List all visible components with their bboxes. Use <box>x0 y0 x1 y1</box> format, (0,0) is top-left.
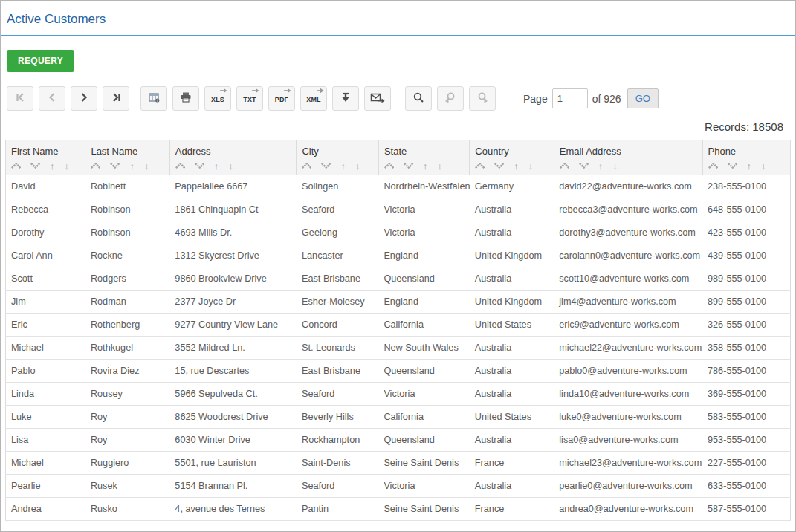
multi-sort-desc-icon[interactable] <box>195 163 204 169</box>
table-row[interactable]: Carol AnnRockne1312 Skycrest DriveLancas… <box>6 244 791 267</box>
table-cell: Victoria <box>378 383 469 406</box>
sort-asc-icon[interactable]: ↑ <box>747 161 752 171</box>
sort-desc-icon[interactable]: ↓ <box>65 161 70 171</box>
export-xml-button[interactable]: XML <box>300 86 327 111</box>
search-next-icon <box>476 91 489 106</box>
column-header[interactable]: First Name ↑ ↓ <box>6 140 85 175</box>
table-row[interactable]: MichaelRothkugel3552 Mildred Ln.St. Leon… <box>6 337 791 360</box>
multi-sort-desc-icon[interactable] <box>321 163 331 169</box>
table-row[interactable]: PabloRovira Diez15, rue DescartesEast Br… <box>6 360 791 383</box>
download-button[interactable] <box>332 86 359 111</box>
table-cell: Australia <box>470 383 554 406</box>
table-cell: scott10@adventure-works.com <box>554 267 702 291</box>
column-header[interactable]: Phone ↑ ↓ <box>702 140 791 175</box>
table-cell: 1312 Skycrest Drive <box>169 244 297 267</box>
table-row[interactable]: LukeRoy8625 Woodcrest DriveBeverly Hills… <box>6 406 791 429</box>
table-cell: New South Wales <box>378 337 469 360</box>
sort-asc-icon[interactable]: ↑ <box>598 161 604 171</box>
multi-sort-asc-icon[interactable] <box>384 163 394 169</box>
table-cell: 9277 Country View Lane <box>169 314 297 337</box>
sort-controls: ↑ ↓ <box>475 160 549 171</box>
table-cell: Scott <box>6 267 85 291</box>
multi-sort-desc-icon[interactable] <box>494 163 504 169</box>
multi-sort-desc-icon[interactable] <box>579 163 589 169</box>
sort-asc-icon[interactable]: ↑ <box>214 161 219 171</box>
page-number-input[interactable] <box>552 88 588 108</box>
table-cell: Queensland <box>378 360 469 383</box>
email-icon <box>370 92 385 106</box>
table-cell: Eric <box>6 314 85 337</box>
table-row[interactable]: ScottRodgers9860 Brookview DriveEast Bri… <box>6 267 791 291</box>
grid-settings-button[interactable]: i <box>140 86 167 111</box>
multi-sort-asc-icon[interactable] <box>560 163 569 169</box>
sort-asc-icon[interactable]: ↑ <box>340 161 346 171</box>
sort-desc-icon[interactable]: ↓ <box>355 161 360 171</box>
print-button[interactable] <box>172 86 199 111</box>
table-cell: 583-555-0100 <box>702 406 791 429</box>
multi-sort-asc-icon[interactable] <box>11 163 21 169</box>
column-label: State <box>384 146 465 157</box>
first-page-button[interactable] <box>7 86 33 111</box>
sort-desc-icon[interactable]: ↓ <box>228 161 233 171</box>
table-row[interactable]: LisaRoy6030 Winter DriveRockhamptonQueen… <box>6 429 791 452</box>
multi-sort-asc-icon[interactable] <box>475 163 485 169</box>
multi-sort-desc-icon[interactable] <box>404 163 413 169</box>
multi-sort-desc-icon[interactable] <box>110 163 120 169</box>
search-next-button[interactable] <box>469 86 496 111</box>
column-header[interactable]: Address ↑ ↓ <box>169 140 297 175</box>
export-txt-button[interactable]: TXT <box>236 86 263 111</box>
export-xls-button[interactable]: XLS <box>204 86 231 111</box>
table-row[interactable]: DorothyRobinson4693 Mills Dr.GeelongVict… <box>6 221 791 244</box>
table-row[interactable]: MichaelRuggiero5501, rue LauristonSaint-… <box>6 452 791 475</box>
requery-button[interactable]: REQUERY <box>7 50 74 72</box>
sort-asc-icon[interactable]: ↑ <box>423 161 428 171</box>
sort-asc-icon[interactable]: ↑ <box>514 161 519 171</box>
search-icon <box>412 91 425 106</box>
go-button[interactable]: GO <box>627 88 659 108</box>
column-header[interactable]: Email Address ↑ ↓ <box>554 140 702 175</box>
table-row[interactable]: EricRothenberg9277 Country View LaneConc… <box>6 314 791 337</box>
export-pdf-button[interactable]: PDF <box>268 86 295 111</box>
export-pdf-icon: PDF <box>275 94 289 103</box>
sort-desc-icon[interactable]: ↓ <box>528 161 534 171</box>
column-header[interactable]: State ↑ ↓ <box>378 140 469 175</box>
table-cell: jim4@adventure-works.com <box>554 291 702 314</box>
table-row[interactable]: LindaRousey5966 Sepulveda Ct.SeafordVict… <box>6 383 791 406</box>
table-row[interactable]: DavidRobinettPappelallee 6667SolingenNor… <box>6 175 791 198</box>
multi-sort-asc-icon[interactable] <box>175 163 185 169</box>
sort-asc-icon[interactable]: ↑ <box>50 161 55 171</box>
next-page-button[interactable] <box>71 86 97 111</box>
sort-desc-icon[interactable]: ↓ <box>612 161 618 171</box>
last-page-button[interactable] <box>103 86 129 111</box>
search-prev-icon <box>444 91 457 106</box>
multi-sort-desc-icon[interactable] <box>30 163 40 169</box>
sort-desc-icon[interactable]: ↓ <box>761 161 766 171</box>
table-cell: Rusek <box>85 475 169 498</box>
multi-sort-asc-icon[interactable] <box>91 163 100 169</box>
column-label: First Name <box>11 146 80 157</box>
column-header[interactable]: Country ↑ ↓ <box>470 140 554 175</box>
multi-sort-desc-icon[interactable] <box>728 163 737 169</box>
table-row[interactable]: PearlieRusek5154 Brannan Pl.SeafordVicto… <box>6 475 791 498</box>
table-cell: Australia <box>470 267 554 291</box>
search-button[interactable] <box>405 86 432 111</box>
sort-desc-icon[interactable]: ↓ <box>144 161 149 171</box>
prev-page-button[interactable] <box>39 86 65 111</box>
sort-asc-icon[interactable]: ↑ <box>129 161 135 171</box>
table-cell: Rovira Diez <box>85 360 169 383</box>
column-header[interactable]: City ↑ ↓ <box>297 140 378 175</box>
sort-desc-icon[interactable]: ↓ <box>437 161 442 171</box>
table-cell: Robinett <box>85 175 169 198</box>
table-row[interactable]: RebeccaRobinson1861 Chinquapin CtSeaford… <box>6 198 791 221</box>
table-cell: Australia <box>470 429 554 452</box>
search-prev-button[interactable] <box>437 86 464 111</box>
column-header[interactable]: Last Name ↑ ↓ <box>85 140 169 175</box>
table-row[interactable]: AndreaRusko4, avenue des TernesPantinSei… <box>6 498 791 521</box>
multi-sort-asc-icon[interactable] <box>708 163 718 169</box>
export-xml-icon: XML <box>306 94 321 103</box>
sort-controls: ↑ ↓ <box>708 160 786 171</box>
multi-sort-asc-icon[interactable] <box>302 163 311 169</box>
table-row[interactable]: JimRodman2377 Joyce DrEsher-MoleseyEngla… <box>6 291 791 314</box>
page-total-label: of 926 <box>592 93 621 105</box>
email-button[interactable] <box>364 86 391 111</box>
